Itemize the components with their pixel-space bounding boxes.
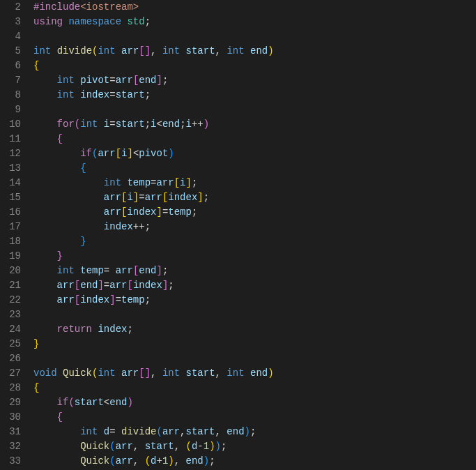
- code-line[interactable]: }: [33, 234, 476, 249]
- code-editor[interactable]: 2 3 4 5 6 7 8 9 10 11 12 13 14 15 16 17 …: [0, 0, 476, 470]
- code-line[interactable]: void Quick(int arr[], int start, int end…: [33, 366, 476, 381]
- line-number: 32: [0, 439, 21, 454]
- code-line[interactable]: int pivot=arr[end];: [33, 73, 476, 88]
- var: end: [109, 397, 127, 408]
- type: int: [33, 45, 51, 56]
- code-line[interactable]: {: [33, 381, 476, 395]
- code-line[interactable]: [33, 308, 476, 322]
- code-line[interactable]: [33, 351, 476, 366]
- code-line[interactable]: #include<iostream>: [33, 0, 476, 15]
- bracket: ]: [197, 192, 203, 203]
- code-line[interactable]: arr[end]=arr[index];: [33, 278, 476, 293]
- type: int: [57, 75, 75, 86]
- line-number: 29: [0, 395, 21, 410]
- var: start: [116, 119, 145, 130]
- code-line[interactable]: Quick(arr, (d+1), end);: [33, 454, 476, 469]
- punct: ;: [145, 16, 151, 27]
- brace: }: [57, 250, 63, 261]
- code-line[interactable]: int temp= arr[end];: [33, 264, 476, 278]
- code-area[interactable]: #include<iostream> using namespace std; …: [28, 0, 476, 470]
- code-line[interactable]: using namespace std;: [33, 15, 476, 29]
- code-line[interactable]: arr[i]=arr[index];: [33, 190, 476, 205]
- paren: (: [75, 119, 80, 130]
- punct: ;: [145, 119, 151, 130]
- line-number: 24: [0, 322, 21, 337]
- code-line[interactable]: [33, 29, 476, 44]
- code-line[interactable]: if(start<end): [33, 395, 476, 410]
- punct: ;: [209, 455, 215, 467]
- code-line[interactable]: index++;: [33, 220, 476, 234]
- code-line[interactable]: {: [33, 410, 476, 425]
- op: =: [109, 119, 115, 130]
- line-number: 22: [0, 293, 21, 308]
- line-number: 27: [0, 366, 21, 381]
- bracket: [: [174, 177, 180, 188]
- paren: ): [168, 148, 174, 159]
- var: i: [151, 119, 156, 130]
- code-line[interactable]: Quick(arr, start, (d-1));: [33, 439, 476, 454]
- brace: {: [33, 60, 39, 71]
- line-number: 17: [0, 220, 21, 234]
- var: end: [162, 119, 180, 130]
- code-line[interactable]: [33, 103, 476, 117]
- comma: ,: [215, 426, 221, 437]
- param: start: [186, 367, 215, 379]
- type: int: [80, 119, 98, 130]
- include-lib: <iostream>: [80, 1, 139, 13]
- code-line[interactable]: if(arr[i]<pivot): [33, 146, 476, 161]
- code-line[interactable]: int divide(int arr[], int start, int end…: [33, 44, 476, 59]
- code-line[interactable]: int d= divide(arr,start, end);: [33, 425, 476, 439]
- var: arr: [156, 177, 174, 188]
- line-number: 15: [0, 190, 21, 205]
- type: int: [57, 265, 75, 276]
- line-number: 10: [0, 117, 21, 132]
- param: end: [250, 45, 268, 56]
- var: arr: [116, 441, 133, 452]
- param: start: [186, 45, 215, 56]
- brace: {: [80, 162, 86, 174]
- line-number: 6: [0, 59, 21, 73]
- bracket: ]: [133, 192, 139, 203]
- paren: ): [168, 455, 174, 467]
- var: index: [80, 89, 109, 100]
- space: [116, 426, 121, 437]
- op: ++: [133, 221, 145, 232]
- code-line[interactable]: {: [33, 59, 476, 73]
- code-line[interactable]: for(int i=start;i<end;i++): [33, 117, 476, 132]
- line-number: 8: [0, 88, 21, 103]
- var: arr: [116, 455, 133, 467]
- code-line[interactable]: int index=start;: [33, 88, 476, 103]
- bracket: [: [139, 45, 144, 56]
- bracket: ]: [109, 294, 115, 305]
- code-line[interactable]: }: [33, 337, 476, 351]
- var: i: [127, 192, 132, 203]
- punct: ;: [145, 89, 151, 100]
- keyword: for: [57, 119, 75, 130]
- line-number: 16: [0, 205, 21, 220]
- code-line[interactable]: return index;: [33, 322, 476, 337]
- punct: ;: [192, 206, 197, 218]
- bracket: [: [75, 280, 80, 291]
- line-number: 14: [0, 176, 21, 190]
- paren: (: [68, 397, 74, 408]
- comma: ,: [174, 441, 180, 452]
- type: int: [98, 367, 115, 379]
- keyword: if: [80, 148, 92, 159]
- line-number: 30: [0, 410, 21, 425]
- code-line[interactable]: arr[index]=temp;: [33, 205, 476, 220]
- code-line[interactable]: int temp=arr[i];: [33, 176, 476, 190]
- var: temp: [127, 177, 151, 188]
- var: arr: [57, 294, 75, 305]
- punct: ;: [204, 192, 209, 203]
- code-line[interactable]: {: [33, 132, 476, 146]
- type: int: [104, 177, 121, 188]
- code-line[interactable]: arr[index]=temp;: [33, 293, 476, 308]
- paren: (: [145, 455, 151, 467]
- number: 1: [204, 441, 209, 452]
- line-number: 4: [0, 29, 21, 44]
- code-line[interactable]: {: [33, 161, 476, 176]
- code-line[interactable]: }: [33, 249, 476, 264]
- type: int: [227, 367, 244, 379]
- punct: ;: [250, 426, 256, 437]
- param: arr: [121, 45, 139, 56]
